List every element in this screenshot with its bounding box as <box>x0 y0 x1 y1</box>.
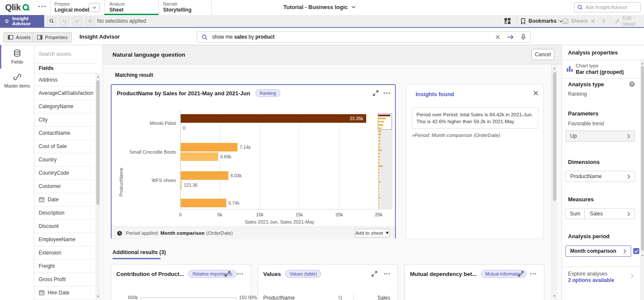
nav-prepare[interactable]: Prepare Logical model <box>55 2 89 13</box>
chart-suggestions-button[interactable] <box>504 17 511 25</box>
field-item-contactname[interactable]: ContactName <box>34 127 95 140</box>
field-item-categoryname[interactable]: CategoryName <box>34 100 95 113</box>
query-text[interactable]: show me sales by product <box>212 34 495 40</box>
insights-found-panel: Insights found Period over Period: total… <box>406 84 544 239</box>
field-item-freight[interactable]: Freight <box>34 260 95 273</box>
natural-language-query-field[interactable]: show me sales by product <box>197 31 531 42</box>
close-insights-button[interactable] <box>532 90 539 97</box>
field-item-discount[interactable]: Discount <box>34 220 95 233</box>
main-scrollbar[interactable]: ▲ ▼ <box>551 64 557 300</box>
nav-item-label: Storytelling <box>163 7 191 13</box>
matching-result-chart-card[interactable]: ProductName by Sales for 2021-May and 20… <box>111 84 396 239</box>
parameters-heading: Parameters <box>568 110 598 117</box>
scrollbar-thumb[interactable] <box>96 80 100 205</box>
bookmarks-button[interactable]: Bookmarks <box>520 17 563 25</box>
table-column-header[interactable]: ProductName <box>263 295 295 300</box>
measure-button[interactable]: Sum Sales <box>565 208 635 219</box>
expand-icon[interactable] <box>373 90 379 96</box>
more-menu-icon[interactable] <box>38 5 47 8</box>
properties-scrollbar[interactable]: ▲ ▼ <box>640 60 644 300</box>
field-item-date[interactable]: 12Date <box>34 193 95 206</box>
nav-narrate[interactable]: Narrate Storytelling <box>163 2 191 13</box>
options-menu-icon[interactable] <box>237 273 243 275</box>
bar-sales-2021-jun[interactable] <box>181 114 366 123</box>
field-item-country[interactable]: Country <box>34 153 95 167</box>
bar-sales-2021-jun[interactable] <box>181 143 237 152</box>
column-search-icon[interactable] <box>338 295 343 300</box>
insight-period-note: >Period: Month comparison (OrderDate) <box>412 133 500 138</box>
expand-icon[interactable] <box>371 271 377 277</box>
field-item-description[interactable]: Description <box>34 206 95 220</box>
mini-bar <box>378 159 380 161</box>
chevron-down-icon <box>351 5 356 9</box>
analysis-type-badge: Ranking <box>255 89 281 97</box>
table-column-header[interactable]: Sales <box>357 295 390 300</box>
scrollbar-thumb[interactable] <box>641 66 644 251</box>
mini-bar <box>378 149 382 151</box>
smart-search-button[interactable] <box>47 17 56 25</box>
result-card-values[interactable]: Values Values (table) ProductName Sales <box>258 264 398 300</box>
options-menu-icon[interactable] <box>383 92 391 94</box>
app-title-menu[interactable]: Tutorial - Business logic <box>283 4 356 10</box>
global-search-box[interactable] <box>574 2 641 12</box>
field-item-cost-of-sale[interactable]: Cost of Sale <box>34 140 95 153</box>
scrollbar-thumb[interactable] <box>553 72 556 201</box>
qlik-logo[interactable]: Qlik <box>5 2 30 13</box>
field-item-averagecallsatisfaction[interactable]: AverageCallSatisfaction <box>34 87 95 100</box>
chart-type-block[interactable]: Chart type Bar chart (grouped) <box>562 60 640 79</box>
assets-toggle-button[interactable]: Assets <box>3 32 35 42</box>
prepare-dropdown-button[interactable] <box>89 3 100 12</box>
field-item-customer[interactable]: Customer <box>34 180 95 193</box>
chevron-right-icon <box>627 212 630 216</box>
additional-results-tab[interactable]: Additional results (3) <box>112 249 166 255</box>
rail-item-master-items[interactable]: Master items <box>0 69 34 92</box>
field-item-countrycode[interactable]: CountryCode <box>34 167 95 180</box>
rail-item-fields[interactable]: Fields <box>0 45 34 69</box>
period-checkbox[interactable] <box>633 248 639 254</box>
explore-analyses-options[interactable]: 2 options available <box>568 277 614 283</box>
mini-bar <box>378 191 379 193</box>
analysis-period-button[interactable]: Month comparison <box>565 245 631 257</box>
bar-sales-2021-may[interactable] <box>181 152 218 161</box>
chart-mini-navigator[interactable] <box>378 113 392 209</box>
properties-toggle-button[interactable]: Properties <box>33 32 72 42</box>
microphone-icon[interactable] <box>521 34 526 40</box>
measure-aggregation[interactable]: Sum <box>566 209 585 219</box>
nav-analyze[interactable]: Analyze Sheet <box>109 2 125 13</box>
field-item-address[interactable]: Address <box>34 73 95 87</box>
assets-search-box[interactable] <box>34 45 97 64</box>
field-item-extension[interactable]: Extension <box>34 246 95 260</box>
scroll-up-arrow[interactable]: ▲ <box>95 74 101 79</box>
field-item-employeename[interactable]: EmployeeName <box>34 233 95 246</box>
bar-chart-plot[interactable]: 23.35k07.14k4.69k6.03k121.365.74k <box>180 110 379 209</box>
insight-advisor-button[interactable]: Insight Advisor <box>0 15 44 27</box>
options-menu-icon[interactable] <box>383 273 390 275</box>
help-icon[interactable]: ? <box>629 81 635 87</box>
add-to-sheet-button[interactable]: Add to sheet <box>355 229 390 237</box>
cancel-button[interactable]: Cancel <box>532 49 554 60</box>
scroll-up-arrow[interactable]: ▲ <box>552 66 557 71</box>
scroll-down-arrow[interactable]: ▼ <box>552 294 557 299</box>
fields-scrollbar[interactable]: ▲ ▼ <box>95 73 101 300</box>
bar-sales-2021-jun[interactable] <box>181 171 228 180</box>
scroll-down-arrow[interactable]: ▼ <box>95 294 101 299</box>
result-card-contribution[interactable]: Contribution of Product... Relative impo… <box>111 264 251 300</box>
submit-query-icon[interactable] <box>507 34 514 40</box>
result-card-mutual-dependency[interactable]: Mutual dependency bet... Mutual informat… <box>404 264 544 300</box>
bar-sales-2021-jun[interactable] <box>181 199 226 207</box>
field-item-gross-profit[interactable]: Gross Profit <box>34 273 95 286</box>
dimension-button[interactable]: ProductName <box>565 171 635 182</box>
assets-search-input[interactable] <box>39 51 90 57</box>
options-menu-icon[interactable] <box>530 273 537 275</box>
expand-icon[interactable] <box>225 271 231 277</box>
chevron-right-icon[interactable] <box>631 274 634 279</box>
global-search-input[interactable] <box>586 5 633 10</box>
clear-query-icon[interactable] <box>495 35 500 39</box>
favorable-trend-button[interactable]: Up <box>565 130 635 142</box>
field-item-city[interactable]: City <box>34 113 95 127</box>
bar-sales-2021-may[interactable] <box>181 181 182 189</box>
expand-icon[interactable] <box>518 271 524 277</box>
scroll-up-arrow[interactable]: ▲ <box>640 61 644 66</box>
scroll-down-arrow[interactable]: ▼ <box>640 253 644 258</box>
field-item-hire-date[interactable]: 12Hire Date <box>34 286 95 300</box>
